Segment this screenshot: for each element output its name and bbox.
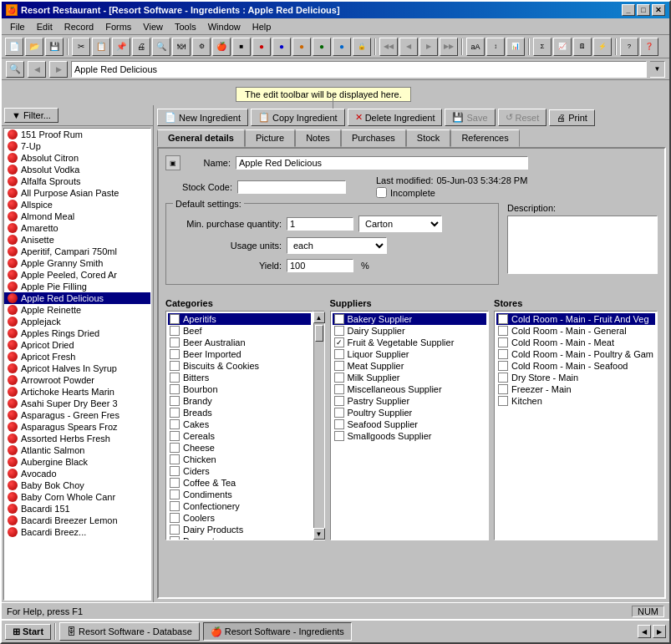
tb-btn9[interactable]: ●	[292, 38, 311, 56]
category-checkbox[interactable]	[170, 454, 180, 464]
category-item[interactable]: Aperitifs	[168, 313, 311, 325]
store-item[interactable]: Freezer - Main	[496, 383, 655, 395]
ingredient-item[interactable]: Artichoke Hearts Marin	[4, 386, 150, 398]
category-item[interactable]: Brandy	[168, 395, 311, 407]
tb-btn14[interactable]: ◀	[399, 38, 418, 56]
tb-btn20[interactable]: Σ	[533, 38, 552, 56]
ingredient-item[interactable]: Asahi Super Dry Beer 3	[4, 398, 150, 409]
tb-copy[interactable]: 📋	[92, 38, 110, 56]
tab-general[interactable]: General details	[157, 129, 245, 147]
tb-btn2[interactable]: 🔍	[152, 38, 170, 56]
ingredient-item[interactable]: Baby Corn Whole Canr	[4, 491, 150, 503]
category-checkbox[interactable]	[170, 408, 180, 418]
supplier-item[interactable]: ✓Fruit & Vegetable Supplier	[333, 337, 487, 348]
ingredient-item[interactable]: Absolut Vodka	[4, 164, 150, 175]
store-item[interactable]: Cold Room - Main - Poultry & Gam	[496, 348, 655, 360]
close-button[interactable]: ✕	[652, 4, 665, 16]
usage-units-select[interactable]: each	[287, 237, 387, 254]
supplier-item[interactable]: Pastry Supplier	[333, 395, 487, 407]
search-dropdown[interactable]: ▼	[650, 61, 665, 78]
category-checkbox[interactable]	[170, 525, 180, 535]
ingredient-item[interactable]: Asparagus Spears Froz	[4, 421, 150, 433]
save-button[interactable]: 💾 Save	[445, 109, 495, 126]
supplier-checkbox[interactable]	[334, 431, 344, 441]
tb-new[interactable]: 📄	[5, 38, 23, 56]
store-item[interactable]: Cold Room - Main - General	[496, 325, 655, 337]
category-item[interactable]: Condiments	[168, 489, 311, 500]
store-item[interactable]: Dry Store - Main	[496, 372, 655, 383]
supplier-checkbox[interactable]	[334, 361, 344, 371]
ingredient-item[interactable]: Aperitif, Campari 750ml	[4, 246, 150, 257]
supplier-checkbox[interactable]	[334, 349, 344, 359]
category-checkbox[interactable]	[170, 536, 180, 540]
menu-file[interactable]: File	[5, 21, 30, 33]
copy-ingredient-button[interactable]: 📋 Copy Ingredient	[251, 109, 345, 126]
ingredient-item[interactable]: Apricot Dried	[4, 339, 150, 351]
tb-btn18[interactable]: ↕	[486, 38, 505, 56]
ingredient-item[interactable]: Apricot Halves In Syrup	[4, 363, 150, 374]
search-input[interactable]	[71, 61, 647, 78]
ingredient-item[interactable]: Bacardi Breez...	[4, 526, 150, 538]
menu-window[interactable]: Window	[203, 21, 246, 33]
menu-edit[interactable]: Edit	[32, 21, 58, 33]
ingredient-item[interactable]: Bacardi Breezer Lemon	[4, 515, 150, 526]
supplier-checkbox[interactable]	[334, 408, 344, 418]
store-checkbox[interactable]	[498, 337, 508, 347]
ingredient-item[interactable]: Apple Pie Filling	[4, 281, 150, 292]
tb-btn22[interactable]: 🗓	[573, 38, 592, 56]
tb-btn8[interactable]: ●	[272, 38, 291, 56]
min-purchase-input[interactable]	[287, 217, 353, 231]
category-item[interactable]: Bitters	[168, 372, 311, 383]
menu-record[interactable]: Record	[59, 21, 99, 33]
category-item[interactable]: Cheese	[168, 442, 311, 454]
tb-btn5[interactable]: 🍎	[212, 38, 231, 56]
tb-btn6[interactable]: ■	[232, 38, 251, 56]
categories-checklist[interactable]: AperitifsBeefBeer AustralianBeer Importe…	[165, 311, 313, 540]
supplier-item[interactable]: Miscellaneous Supplier	[333, 383, 487, 395]
suppliers-checklist[interactable]: Bakery SupplierDairy Supplier✓Fruit & Ve…	[330, 311, 490, 540]
category-checkbox[interactable]	[170, 443, 180, 453]
ingredient-item[interactable]: Amaretto	[4, 222, 150, 234]
ingredient-item[interactable]: Alfalfa Sprouts	[4, 175, 150, 187]
tb-btn4[interactable]: ⚙	[192, 38, 211, 56]
category-checkbox[interactable]	[170, 349, 180, 359]
ingredient-item[interactable]: 7-Up	[4, 140, 150, 152]
ingredient-item[interactable]: Avocado	[4, 468, 150, 479]
category-checkbox[interactable]	[170, 501, 180, 511]
menu-forms[interactable]: Forms	[100, 21, 136, 33]
tb-btn21[interactable]: 📈	[553, 38, 572, 56]
supplier-item[interactable]: Dairy Supplier	[333, 325, 487, 337]
yield-input[interactable]	[287, 259, 353, 272]
store-item[interactable]: Cold Room - Main - Seafood	[496, 360, 655, 372]
ingredient-item[interactable]: Allspice	[4, 199, 150, 210]
ingredient-item[interactable]: Assorted Herbs Fresh	[4, 433, 150, 444]
store-checkbox[interactable]	[498, 326, 508, 336]
category-item[interactable]: Coffee & Tea	[168, 477, 311, 489]
supplier-checkbox[interactable]	[334, 373, 344, 383]
store-item[interactable]: Cold Room - Main - Meat	[496, 337, 655, 348]
supplier-item[interactable]: Smallgoods Supplier	[333, 430, 487, 442]
category-item[interactable]: Beer Australian	[168, 337, 311, 348]
ingredient-item[interactable]: All Purpose Asian Paste	[4, 187, 150, 199]
category-item[interactable]: Bourbon	[168, 383, 311, 395]
categories-scroll-thumb[interactable]	[315, 325, 323, 342]
category-checkbox[interactable]	[170, 478, 180, 488]
supplier-item[interactable]: Seafood Supplier	[333, 418, 487, 430]
category-checkbox[interactable]	[170, 314, 180, 324]
tb-btn10[interactable]: ●	[313, 38, 331, 56]
ingredient-item[interactable]: Absolut Citron	[4, 152, 150, 164]
new-ingredient-button[interactable]: 📄 New Ingredient	[157, 109, 248, 126]
supplier-item[interactable]: Bakery Supplier	[333, 313, 487, 325]
category-item[interactable]: Chicken	[168, 454, 311, 465]
tb-btn24[interactable]: ?	[620, 38, 638, 56]
category-checkbox[interactable]	[170, 361, 180, 371]
nav-forward-button[interactable]: ▶	[49, 61, 68, 78]
ingredient-item[interactable]: Applejack	[4, 316, 150, 327]
category-checkbox[interactable]	[170, 489, 180, 499]
supplier-item[interactable]: Meat Supplier	[333, 360, 487, 372]
start-button[interactable]: ⊞ Start	[5, 624, 51, 640]
ingredient-item[interactable]: Apricot Fresh	[4, 351, 150, 363]
maximize-button[interactable]: □	[637, 4, 650, 16]
ingredient-item[interactable]: 151 Proof Rum	[4, 129, 150, 140]
tab-picture[interactable]: Picture	[245, 129, 295, 147]
